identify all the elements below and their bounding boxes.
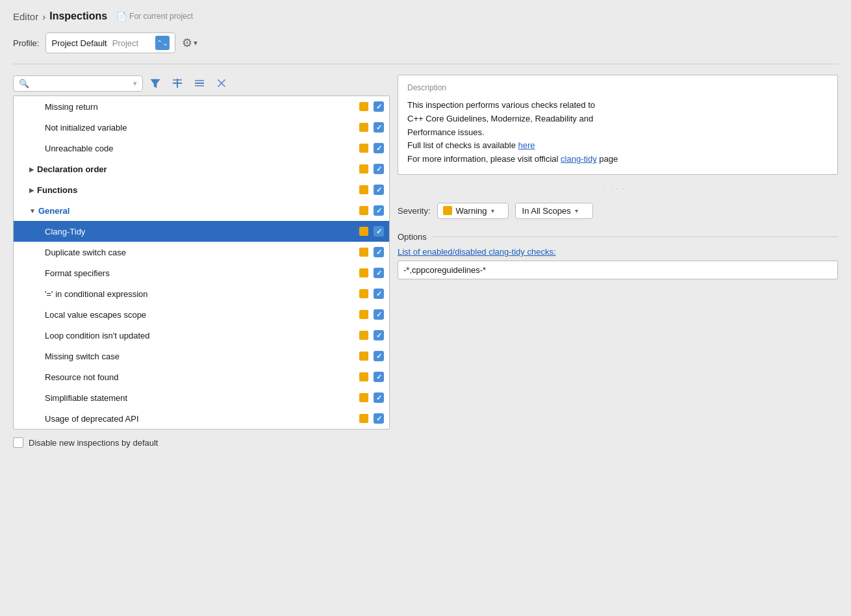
inspection-list: Missing return Not initialized variable … bbox=[13, 96, 390, 430]
severity-indicator bbox=[359, 185, 368, 194]
severity-indicator bbox=[359, 164, 368, 173]
profile-name: Project Default bbox=[51, 38, 107, 48]
options-link[interactable]: List of enabled/disabled clang-tidy chec… bbox=[398, 247, 838, 257]
expand-triangle[interactable]: ▼ bbox=[29, 207, 36, 214]
severity-indicator bbox=[359, 310, 368, 319]
clang-tidy-link[interactable]: clang-tidy bbox=[561, 154, 597, 164]
list-item[interactable]: Missing switch case bbox=[14, 346, 389, 366]
project-link[interactable]: For current project bbox=[129, 12, 193, 21]
search-icon: 🔍 bbox=[19, 79, 29, 88]
item-checkbox[interactable] bbox=[374, 143, 384, 153]
breadcrumb: Editor › Inspections 📄 For current proje… bbox=[13, 10, 838, 22]
clear-button[interactable] bbox=[212, 75, 231, 92]
list-item[interactable]: Missing return bbox=[14, 96, 389, 117]
left-panel: 🔍 ▾ bbox=[13, 75, 390, 448]
severity-color-indicator bbox=[443, 206, 452, 215]
list-item[interactable]: Unreachable code bbox=[14, 138, 389, 159]
item-checkbox[interactable] bbox=[374, 413, 384, 424]
item-label: Simplifiable statement bbox=[45, 393, 359, 403]
severity-row: Severity: Warning ▾ In All Scopes ▾ bbox=[398, 203, 838, 219]
severity-indicator bbox=[359, 227, 368, 236]
expand-all-icon bbox=[171, 77, 183, 89]
item-checkbox[interactable] bbox=[374, 372, 384, 382]
search-dropdown-arrow[interactable]: ▾ bbox=[133, 79, 137, 88]
editor-label: Editor bbox=[13, 11, 38, 22]
list-item-clang-tidy[interactable]: Clang-Tidy bbox=[14, 221, 389, 242]
severity-indicator bbox=[359, 144, 368, 153]
scope-dropdown[interactable]: In All Scopes ▾ bbox=[515, 203, 593, 219]
item-label: Usage of deprecated API bbox=[45, 414, 359, 424]
severity-indicator bbox=[359, 102, 368, 111]
item-checkbox[interactable] bbox=[374, 330, 384, 340]
main-area: 🔍 ▾ bbox=[13, 75, 838, 448]
item-label: Clang-Tidy bbox=[45, 227, 359, 237]
item-checkbox[interactable] bbox=[374, 226, 384, 237]
bottom-bar: Disable new inspections by default bbox=[13, 437, 390, 448]
scope-caret: ▾ bbox=[575, 207, 578, 214]
file-icon: 📄 bbox=[116, 12, 127, 21]
list-item[interactable]: Duplicate switch case bbox=[14, 242, 389, 263]
item-checkbox[interactable] bbox=[374, 185, 384, 195]
item-checkbox[interactable] bbox=[374, 164, 384, 174]
item-label: Functions bbox=[37, 185, 359, 195]
list-item[interactable]: ▶ Declaration order bbox=[14, 159, 389, 179]
item-checkbox[interactable] bbox=[374, 101, 384, 112]
item-checkbox[interactable] bbox=[374, 351, 384, 361]
search-box[interactable]: 🔍 ▾ bbox=[13, 75, 143, 92]
item-checkbox[interactable] bbox=[374, 205, 384, 216]
severity-indicator bbox=[359, 393, 368, 402]
item-label: Unreachable code bbox=[45, 144, 359, 153]
severity-indicator bbox=[359, 414, 368, 423]
collapse-all-icon bbox=[194, 77, 205, 89]
item-label: Missing switch case bbox=[45, 352, 359, 361]
resize-handle[interactable]: · · · · · bbox=[398, 185, 838, 192]
profile-dropdown-arrow[interactable]: ⌃⌄ bbox=[155, 36, 170, 50]
right-panel: Description This inspection performs var… bbox=[398, 75, 838, 279]
expand-all-button[interactable] bbox=[168, 75, 187, 92]
list-item[interactable]: Not initialized variable bbox=[14, 117, 389, 138]
gear-button[interactable]: ⚙ ▾ bbox=[182, 36, 197, 50]
severity-indicator bbox=[359, 331, 368, 340]
severity-indicator bbox=[359, 206, 368, 215]
severity-caret: ▾ bbox=[491, 207, 494, 214]
filter-button[interactable] bbox=[146, 75, 165, 92]
description-box: Description This inspection performs var… bbox=[398, 75, 838, 175]
clang-tidy-checks-input[interactable] bbox=[398, 261, 838, 279]
item-label: Not initialized variable bbox=[45, 123, 359, 133]
item-checkbox[interactable] bbox=[374, 268, 384, 278]
toolbar: 🔍 ▾ bbox=[13, 75, 390, 92]
list-item[interactable]: ▶ Functions bbox=[14, 179, 389, 200]
divider bbox=[13, 64, 838, 64]
severity-indicator bbox=[359, 352, 368, 361]
item-checkbox[interactable] bbox=[374, 309, 384, 320]
severity-label: Severity: bbox=[398, 206, 431, 216]
disable-new-checkbox[interactable] bbox=[13, 437, 23, 448]
item-checkbox[interactable] bbox=[374, 247, 384, 257]
item-label: '=' in conditional expression bbox=[45, 289, 359, 299]
profile-row: Profile: Project Default Project ⌃⌄ ⚙ ▾ bbox=[13, 32, 838, 53]
collapse-triangle[interactable]: ▶ bbox=[29, 166, 34, 173]
item-label: General bbox=[38, 206, 359, 216]
options-label: Options bbox=[398, 232, 838, 242]
list-item[interactable]: Local value escapes scope bbox=[14, 304, 389, 325]
item-label: Loop condition isn't updated bbox=[45, 331, 359, 340]
list-item[interactable]: Usage of deprecated API bbox=[14, 408, 389, 429]
item-checkbox[interactable] bbox=[374, 392, 384, 403]
list-item[interactable]: Loop condition isn't updated bbox=[14, 325, 389, 346]
collapse-triangle[interactable]: ▶ bbox=[29, 186, 34, 194]
item-label: Resource not found bbox=[45, 372, 359, 382]
item-label: Declaration order bbox=[37, 164, 359, 174]
list-item[interactable]: Format specifiers bbox=[14, 263, 389, 283]
item-checkbox[interactable] bbox=[374, 289, 384, 299]
severity-dropdown[interactable]: Warning ▾ bbox=[437, 203, 509, 219]
item-checkbox[interactable] bbox=[374, 122, 384, 133]
list-item[interactable]: Resource not found bbox=[14, 366, 389, 387]
item-label: Format specifiers bbox=[45, 268, 359, 278]
search-input[interactable] bbox=[33, 79, 129, 88]
list-item[interactable]: '=' in conditional expression bbox=[14, 283, 389, 304]
here-link[interactable]: here bbox=[518, 140, 535, 150]
list-item[interactable]: Simplifiable statement bbox=[14, 387, 389, 408]
list-item[interactable]: ▼ General bbox=[14, 200, 389, 221]
profile-dropdown[interactable]: Project Default Project ⌃⌄ bbox=[45, 32, 175, 53]
collapse-all-button[interactable] bbox=[190, 75, 209, 92]
